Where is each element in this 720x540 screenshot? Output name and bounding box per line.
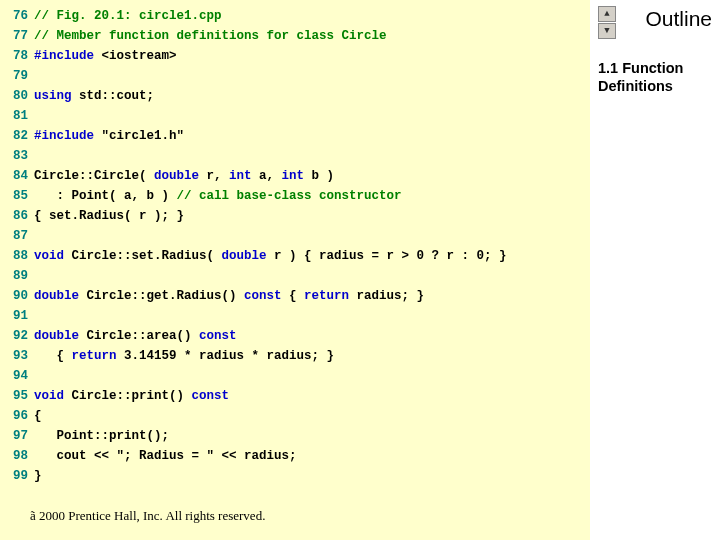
line-number: 85: [4, 186, 28, 206]
footer-text: 2000 Prentice Hall, Inc. All rights rese…: [39, 508, 265, 523]
nav-up-button[interactable]: ▲: [598, 6, 616, 22]
code-line: 92double Circle::area() const: [4, 326, 582, 346]
code-text: {: [34, 406, 582, 426]
line-number: 95: [4, 386, 28, 406]
code-line: 80using std::cout;: [4, 86, 582, 106]
line-number: 84: [4, 166, 28, 186]
code-line: 97 Point::print();: [4, 426, 582, 446]
code-text: // Fig. 20.1: circle1.cpp: [34, 6, 582, 26]
code-line: 77// Member function definitions for cla…: [4, 26, 582, 46]
code-line: 83: [4, 146, 582, 166]
line-number: 77: [4, 26, 28, 46]
line-number: 87: [4, 226, 28, 246]
copyright-icon: ã: [30, 508, 36, 523]
code-line: 86{ set.Radius( r ); }: [4, 206, 582, 226]
code-line: 76// Fig. 20.1: circle1.cpp: [4, 6, 582, 26]
line-number: 93: [4, 346, 28, 366]
code-text: cout << "; Radius = " << radius;: [34, 446, 582, 466]
code-text: double Circle::area() const: [34, 326, 582, 346]
code-line: 78#include <iostream>: [4, 46, 582, 66]
code-text: [34, 226, 582, 246]
code-line: 85 : Point( a, b ) // call base-class co…: [4, 186, 582, 206]
code-text: Point::print();: [34, 426, 582, 446]
nav-down-button[interactable]: ▼: [598, 23, 616, 39]
code-text: // Member function definitions for class…: [34, 26, 582, 46]
line-number: 86: [4, 206, 28, 226]
code-line: 95void Circle::print() const: [4, 386, 582, 406]
code-line: 94: [4, 366, 582, 386]
code-line: 84Circle::Circle( double r, int a, int b…: [4, 166, 582, 186]
line-number: 83: [4, 146, 28, 166]
line-number: 89: [4, 266, 28, 286]
code-line: 79: [4, 66, 582, 86]
code-line: 81: [4, 106, 582, 126]
code-text: [34, 106, 582, 126]
code-text: { return 3.14159 * radius * radius; }: [34, 346, 582, 366]
code-text: #include "circle1.h": [34, 126, 582, 146]
line-number: 97: [4, 426, 28, 446]
line-number: 90: [4, 286, 28, 306]
line-number: 88: [4, 246, 28, 266]
code-line: 98 cout << "; Radius = " << radius;: [4, 446, 582, 466]
line-number: 79: [4, 66, 28, 86]
code-text: void Circle::print() const: [34, 386, 582, 406]
line-number: 80: [4, 86, 28, 106]
code-text: void Circle::set.Radius( double r ) { ra…: [34, 246, 582, 266]
code-text: using std::cout;: [34, 86, 582, 106]
line-number: 94: [4, 366, 28, 386]
line-number: 92: [4, 326, 28, 346]
code-text: [34, 266, 582, 286]
line-number: 98: [4, 446, 28, 466]
code-text: { set.Radius( r ); }: [34, 206, 582, 226]
line-number: 99: [4, 466, 28, 486]
code-line: 93 { return 3.14159 * radius * radius; }: [4, 346, 582, 366]
code-text: [34, 66, 582, 86]
code-text: : Point( a, b ) // call base-class const…: [34, 186, 582, 206]
code-text: Circle::Circle( double r, int a, int b ): [34, 166, 582, 186]
code-listing: 76// Fig. 20.1: circle1.cpp77// Member f…: [4, 6, 582, 486]
line-number: 91: [4, 306, 28, 326]
code-line: 90double Circle::get.Radius() const { re…: [4, 286, 582, 306]
code-text: }: [34, 466, 582, 486]
line-number: 96: [4, 406, 28, 426]
code-line: 89: [4, 266, 582, 286]
code-line: 87: [4, 226, 582, 246]
sidebar: ▲ ▼ Outline 1.1 Function Definitions: [590, 0, 720, 540]
code-line: 82#include "circle1.h": [4, 126, 582, 146]
code-text: [34, 306, 582, 326]
line-number: 76: [4, 6, 28, 26]
footer-copyright: ã 2000 Prentice Hall, Inc. All rights re…: [30, 508, 265, 524]
code-text: [34, 146, 582, 166]
outline-subtitle: 1.1 Function Definitions: [598, 59, 712, 95]
code-line: 99}: [4, 466, 582, 486]
line-number: 78: [4, 46, 28, 66]
line-number: 82: [4, 126, 28, 146]
code-text: [34, 366, 582, 386]
line-number: 81: [4, 106, 28, 126]
code-line: 91: [4, 306, 582, 326]
code-line: 88void Circle::set.Radius( double r ) { …: [4, 246, 582, 266]
code-line: 96{: [4, 406, 582, 426]
code-text: double Circle::get.Radius() const { retu…: [34, 286, 582, 306]
code-text: #include <iostream>: [34, 46, 582, 66]
